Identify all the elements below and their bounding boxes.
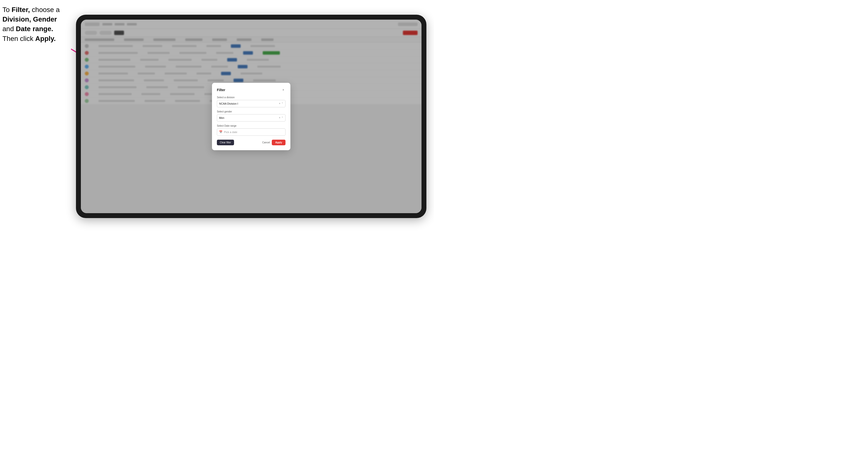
date-range-input[interactable]: 📅 Pick a date [217, 128, 285, 136]
tablet-screen: Filter × Select a division NCAA Division… [81, 20, 422, 213]
date-range-field: Select Date range 📅 Pick a date [217, 124, 285, 136]
date-range-label: Select Date range [217, 124, 285, 127]
clear-icon[interactable]: × [279, 102, 280, 105]
filter-bold: Filter, [11, 6, 30, 13]
instruction-text: To Filter, choose a Division, Gender and… [2, 5, 73, 43]
division-select-value: NCAA Division I [219, 102, 238, 105]
division-label: Select a division [217, 96, 285, 99]
date-placeholder: Pick a date [224, 131, 237, 133]
chevron-icon: ⌃ [281, 116, 283, 119]
gender-select-value: Men [219, 116, 224, 119]
footer-right-actions: Cancel Apply [262, 139, 285, 145]
division-select-icons: × ⌃ [279, 102, 283, 105]
date-range-bold: Date range. [16, 25, 54, 33]
calendar-icon: 📅 [219, 130, 222, 133]
gender-select[interactable]: Men × ⌃ [217, 114, 285, 122]
modal-header: Filter × [217, 88, 285, 92]
division-gender-bold: Division, Gender [2, 15, 57, 23]
modal-title: Filter [217, 88, 225, 92]
division-field: Select a division NCAA Division I × ⌃ [217, 96, 285, 107]
gender-label: Select gender [217, 110, 285, 113]
apply-bold: Apply. [35, 35, 56, 42]
apply-button[interactable]: Apply [272, 139, 285, 145]
modal-close-button[interactable]: × [281, 88, 285, 92]
filter-modal: Filter × Select a division NCAA Division… [212, 83, 290, 150]
cancel-button[interactable]: Cancel [262, 141, 270, 144]
tablet-frame: Filter × Select a division NCAA Division… [76, 15, 426, 218]
gender-field: Select gender Men × ⌃ [217, 110, 285, 122]
gender-select-icons: × ⌃ [279, 116, 283, 119]
division-select[interactable]: NCAA Division I × ⌃ [217, 100, 285, 107]
clear-filter-button[interactable]: Clear filter [217, 139, 234, 145]
modal-footer: Clear filter Cancel Apply [217, 139, 285, 145]
clear-icon[interactable]: × [279, 116, 280, 119]
modal-overlay: Filter × Select a division NCAA Division… [81, 20, 422, 213]
chevron-icon: ⌃ [281, 102, 283, 105]
